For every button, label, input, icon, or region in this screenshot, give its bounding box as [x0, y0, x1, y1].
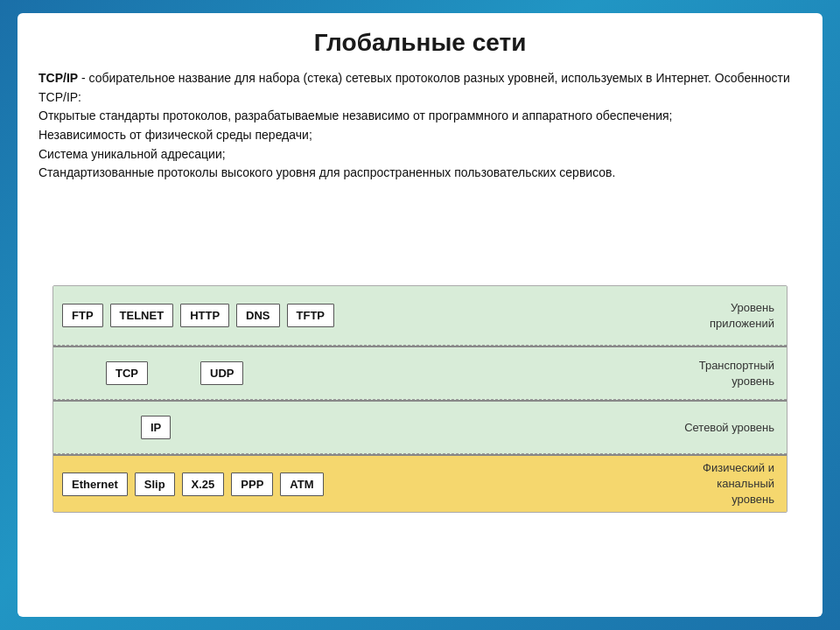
layer-network-content: IP: [53, 409, 655, 446]
layer-transport: TCP UDP Транспортный уровень: [53, 346, 787, 400]
desc-line1: Открытые стандарты протоколов, разрабаты…: [38, 108, 672, 122]
desc-line3: Система уникальной адресации;: [38, 147, 226, 161]
protocol-ip: IP: [141, 416, 171, 439]
layer-network: IP Сетевой уровень: [53, 400, 787, 454]
app-protocols-row: FTP TELNET HTTP DNS TFTP: [62, 304, 647, 327]
layer-transport-content: TCP UDP: [53, 354, 655, 392]
layer-application: FTP TELNET HTTP DNS TFTP Уровеньприложен…: [53, 286, 787, 346]
protocol-ftp: FTP: [62, 304, 103, 327]
desc-line4: Стандартизованные протоколы высокого уро…: [38, 165, 615, 179]
protocol-telnet: TELNET: [110, 304, 174, 327]
network-layer-label: Сетевой уровень: [655, 420, 787, 436]
page-title: Глобальные сети: [38, 29, 802, 57]
tcpip-label: TCP/IP: [38, 71, 78, 85]
protocol-http: HTTP: [180, 304, 229, 327]
layer-physical: Ethernet Slip X.25 PPP ATM Физический и …: [53, 454, 787, 512]
protocol-slip: Slip: [135, 472, 175, 496]
protocol-dns: DNS: [236, 304, 279, 327]
layer-physical-content: Ethernet Slip X.25 PPP ATM: [53, 466, 655, 503]
physical-layer-label: Физический и канальныйуровень: [655, 460, 787, 508]
protocol-ethernet: Ethernet: [62, 472, 128, 496]
diagram-wrapper: FTP TELNET HTTP DNS TFTP Уровеньприложен…: [38, 195, 802, 603]
layer-app-content: FTP TELNET HTTP DNS TFTP: [53, 297, 655, 334]
desc-line2: Независимость от физической среды переда…: [38, 128, 312, 142]
slide: Глобальные сети TCP/IP - собирательное н…: [18, 13, 822, 617]
protocol-tftp: TFTP: [287, 304, 335, 327]
tcpip-diagram: FTP TELNET HTTP DNS TFTP Уровеньприложен…: [52, 285, 788, 513]
physical-protocols-row: Ethernet Slip X.25 PPP ATM: [62, 472, 647, 496]
tcpip-intro: - собирательное название для набора (сте…: [38, 71, 790, 104]
protocol-udp: UDP: [200, 361, 243, 385]
app-layer-label: Уровеньприложений: [655, 300, 787, 331]
protocol-x25: X.25: [182, 472, 225, 496]
protocol-ppp: PPP: [231, 472, 273, 496]
protocol-tcp: TCP: [106, 361, 148, 385]
description-text: TCP/IP - собирательное название для набо…: [38, 69, 802, 183]
protocol-atm: ATM: [280, 472, 323, 496]
transport-layer-label: Транспортный уровень: [655, 358, 787, 388]
